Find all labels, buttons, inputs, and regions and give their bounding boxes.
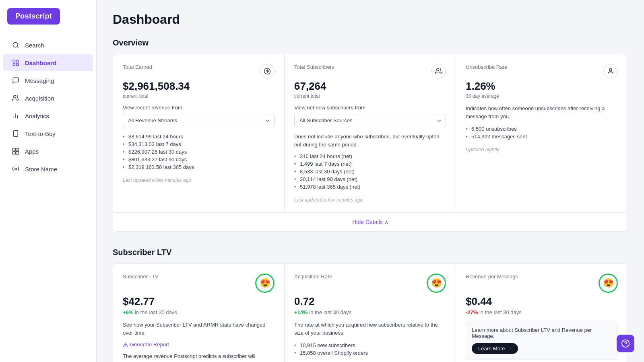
ltv-change3-neg: -27% — [466, 309, 478, 315]
unsubscribe-rate-card: Unsubscribe Rate 1.26% 30 day average In… — [456, 54, 627, 212]
ltv-card3-emoji: 😍 — [599, 274, 618, 293]
ltv-card2-value: 0.72 — [294, 295, 446, 308]
total-subscribers-sub: current total — [294, 93, 446, 99]
svg-rect-4 — [13, 64, 15, 66]
apps-icon — [11, 147, 20, 156]
unsubscribe-label: Unsubscribe Rate — [466, 64, 507, 70]
bullet-item: 8,533 last 30 days (net) — [294, 168, 446, 175]
dashboard-icon — [11, 58, 20, 67]
bullet-item: $2,319,163.50 last 365 days — [123, 163, 275, 171]
bullet-item: $226,907.26 last 30 days — [123, 148, 275, 156]
sidebar-item-search[interactable]: Search — [3, 37, 93, 53]
svg-point-6 — [14, 95, 16, 98]
subscribers-icon — [431, 64, 446, 78]
svg-point-0 — [13, 42, 18, 47]
total-earned-label: Total Earned — [123, 64, 152, 70]
hide-details-bar: Hide Details ∧ — [113, 213, 628, 232]
help-button[interactable] — [617, 335, 634, 352]
total-earned-footer: Last updated a few minutes ago — [123, 177, 275, 183]
subscriber-bullets: 310 last 24 hours (net) 1,499 last 7 day… — [294, 152, 446, 191]
ltv-change2-pos: +14% — [294, 309, 308, 315]
ltv-change-text: in the last 30 days — [135, 309, 177, 315]
text-to-buy-icon — [11, 129, 20, 138]
ltv-card3-value: $0.44 — [466, 295, 618, 308]
sidebar-item-text-to-buy[interactable]: Text-to-Buy — [3, 125, 93, 142]
unsubscribe-bullets: 6,500 unsubscribes 514,322 messages sent — [466, 125, 618, 140]
logo-button[interactable]: Postscript — [7, 8, 60, 25]
svg-point-19 — [609, 68, 612, 71]
subscriber-sources-select[interactable]: All Subscriber Sources Organic Paid — [294, 114, 446, 127]
sidebar-logo-area: Postscript — [0, 0, 96, 33]
bullet-item: 10,915 new subscribers — [294, 341, 446, 349]
svg-rect-3 — [17, 60, 19, 62]
main-content: Dashboard Overview Total Earned $2,961,5… — [97, 0, 644, 362]
info-box-text: Learn more about Subscriber LTV and Reve… — [472, 327, 612, 339]
revenue-streams-select[interactable]: All Revenue Streams SMS Email — [123, 114, 275, 127]
sidebar: Postscript Search Dashboard Messaging A — [0, 0, 97, 362]
ltv-card1-header: Subscriber LTV 😍 — [123, 274, 275, 293]
total-earned-card: Total Earned $2,961,508.34 current total… — [113, 54, 285, 212]
ltv-change3-text: in the last 30 days — [479, 309, 522, 315]
learn-more-dark-button[interactable]: Learn More → — [472, 343, 518, 354]
messaging-icon — [11, 76, 20, 85]
svg-rect-13 — [16, 148, 19, 151]
total-earned-header: Total Earned — [123, 64, 275, 78]
ltv-card2-bullets: 10,915 new subscribers 15,058 overall Sh… — [294, 341, 446, 357]
sidebar-item-store-name[interactable]: Store Name — [3, 160, 93, 177]
bullet-item: 1,499 last 7 days (net) — [294, 160, 446, 168]
svg-point-18 — [437, 68, 439, 71]
generate-report-label: Generate Report — [130, 341, 169, 348]
sidebar-item-dashboard[interactable]: Dashboard — [3, 54, 93, 71]
sidebar-item-analytics-label: Analytics — [25, 113, 49, 119]
svg-point-16 — [15, 168, 17, 170]
acquisition-icon — [11, 94, 20, 103]
svg-rect-10 — [14, 131, 18, 137]
bullet-item: $801,633.27 last 90 days — [123, 156, 275, 163]
sidebar-item-acquisition[interactable]: Acquisition — [3, 90, 93, 107]
ltv-revenue-per-message-card: Revenue per Message 😍 $0.44 -27% in the … — [456, 264, 627, 362]
ltv-card1-desc2: The average revenue Postscript predicts … — [123, 352, 275, 362]
sidebar-item-analytics[interactable]: Analytics — [3, 107, 93, 124]
total-subscribers-label: Total Subscribers — [294, 64, 334, 70]
hide-details-button[interactable]: Hide Details ∧ — [352, 219, 388, 225]
svg-rect-12 — [13, 148, 16, 151]
ltv-card2-emoji: 😍 — [427, 274, 446, 293]
analytics-icon — [11, 111, 20, 120]
ltv-acquisition-rate-card: Acquisition Rate 😍 0.72 +14% in the last… — [285, 264, 456, 362]
ltv-change-pos: +6% — [123, 309, 133, 315]
revenue-filter-label: View recent revenue from — [123, 105, 275, 111]
store-icon — [11, 165, 20, 173]
dollar-icon — [260, 64, 275, 78]
subscriber-note: Does not include anyone who subscribed, … — [294, 133, 446, 148]
total-subscribers-card: Total Subscribers 67,264 current total V… — [285, 54, 456, 212]
unsubscribe-icon — [603, 64, 618, 78]
ltv-cards: Subscriber LTV 😍 $42.77 +6% in the last … — [113, 263, 628, 362]
ltv-card2-desc: The rate at which you acquired new subsc… — [294, 321, 446, 337]
ltv-card3-label: Revenue per Message — [466, 274, 518, 280]
total-earned-value: $2,961,508.34 — [123, 80, 275, 93]
ltv-info-box: Learn more about Subscriber LTV and Reve… — [466, 321, 618, 360]
ltv-section: Subscriber LTV Subscriber LTV 😍 $42.77 +… — [113, 248, 628, 362]
unsubscribe-description: Indicates how often someone unsubscribes… — [466, 105, 618, 120]
bullet-item: 15,058 overall Shopify orders — [294, 349, 446, 357]
overview-section: Overview Total Earned $2,961,508.34 curr… — [113, 38, 628, 232]
overview-title: Overview — [113, 38, 628, 47]
sidebar-item-apps[interactable]: Apps — [3, 143, 93, 160]
sidebar-item-messaging[interactable]: Messaging — [3, 72, 93, 89]
unsubscribe-value: 1.26% — [466, 80, 618, 93]
generate-report-link[interactable]: Generate Report — [123, 341, 275, 348]
ltv-card1-change: +6% in the last 30 days — [123, 309, 275, 315]
sidebar-item-apps-label: Apps — [25, 148, 39, 155]
total-subscribers-value: 67,264 — [294, 80, 446, 93]
total-subscribers-header: Total Subscribers — [294, 64, 446, 78]
page-title: Dashboard — [113, 12, 628, 27]
search-icon — [11, 41, 20, 49]
ltv-section-title: Subscriber LTV — [113, 248, 628, 257]
bullet-item: 20,114 last 90 days (net) — [294, 175, 446, 183]
subscriber-filter-label: View net new subscribers from — [294, 105, 446, 111]
sidebar-nav: Search Dashboard Messaging Acquisition A — [0, 33, 96, 362]
ltv-change2-text: in the last 30 days — [309, 309, 351, 315]
bullet-item: $34,313.03 last 7 days — [123, 140, 275, 148]
sidebar-item-search-label: Search — [25, 42, 44, 49]
svg-line-1 — [17, 46, 18, 47]
